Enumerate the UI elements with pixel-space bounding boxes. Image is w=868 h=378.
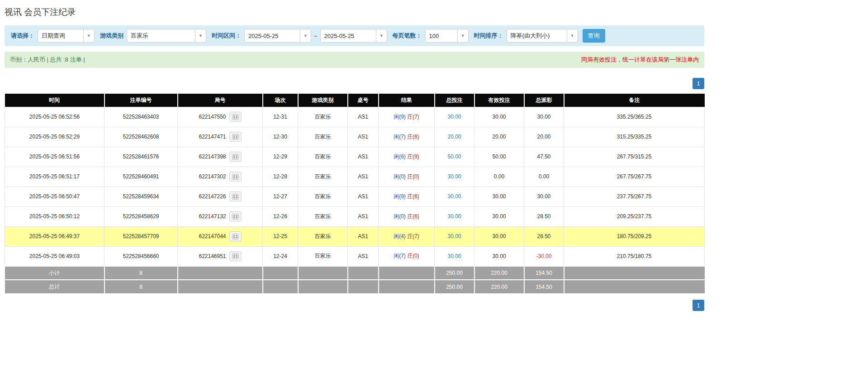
page-button[interactable]: 1 [693, 300, 704, 311]
cell-game-type: 百家乐 [298, 107, 348, 127]
page-button[interactable]: 1 [693, 78, 704, 89]
game-result-icon[interactable] [229, 172, 242, 182]
cell-round: 622147471 [178, 127, 263, 147]
cell-time: 2025-05-25 06:52:56 [5, 107, 104, 127]
cell-table-no: AS1 [348, 107, 379, 127]
table-row: 2025-05-25 06:51:17522528460491622147302… [5, 167, 705, 187]
pagination-bottom: 1 [5, 300, 704, 311]
cell-bet-id: 522528457709 [104, 226, 178, 246]
game-result-icon[interactable] [229, 211, 242, 221]
cell-valid-bet: 30.00 [474, 187, 524, 206]
total-bet-link[interactable]: 20.00 [447, 134, 461, 140]
date-from-select[interactable]: 2025-05-25 ▼ [244, 29, 311, 43]
chevron-down-icon[interactable]: ▼ [457, 29, 468, 42]
total-bet-link[interactable]: 30.00 [447, 193, 461, 200]
cell-result: 闲(7) 庄(6) [379, 127, 435, 147]
cell-session: 12-26 [263, 206, 298, 226]
total-bet-link[interactable]: 30.00 [447, 253, 461, 259]
cell-table-no: AS1 [348, 246, 379, 266]
chevron-down-icon[interactable]: ▼ [300, 29, 311, 42]
result-player: 闲(0) [394, 213, 406, 220]
chevron-down-icon[interactable]: ▼ [567, 29, 578, 42]
result-banker: 庄(0) [407, 253, 419, 259]
sort-order-select[interactable]: 降幂(由大到小) ▼ [507, 29, 578, 43]
column-header: 桌号 [348, 94, 379, 107]
game-result-icon[interactable] [229, 132, 242, 142]
table-row: 2025-05-25 06:50:47522528459634622147226… [5, 187, 705, 206]
bet-records-table: 时间注单编号局号场次游戏类别桌号结果总投注有效投注总派彩备注 2025-05-2… [5, 94, 705, 293]
cell-valid-bet: 30.00 [474, 226, 524, 246]
subtotal-payout: 154.50 [524, 266, 564, 280]
cell-session: 12-31 [263, 107, 298, 127]
cell-round: 622147302 [178, 167, 263, 187]
cell-table-no: AS1 [348, 147, 379, 167]
cell-session: 12-28 [263, 167, 298, 187]
cell-round: 622147398 [178, 147, 263, 167]
cell-note: 180.75/209.25 [564, 226, 705, 246]
column-header: 局号 [178, 94, 263, 107]
cell-bet-id: 522528459634 [104, 187, 178, 206]
column-header: 总投注 [435, 94, 474, 107]
cell-valid-bet: 30.00 [474, 206, 524, 226]
game-result-icon[interactable] [229, 152, 242, 162]
chevron-down-icon[interactable]: ▼ [376, 29, 387, 42]
total-label: 总计 [5, 280, 104, 293]
game-type-select[interactable]: 百家乐 ▼ [127, 29, 206, 43]
total-bet-link[interactable]: 30.00 [447, 114, 461, 120]
cell-payout: 0.00 [524, 167, 564, 187]
total-bet-link[interactable]: 30.00 [447, 213, 461, 220]
search-button[interactable]: 查询 [583, 29, 605, 43]
result-banker: 庄(6) [407, 213, 419, 220]
game-result-icon[interactable] [229, 251, 242, 261]
cell-game-type: 百家乐 [298, 167, 348, 187]
game-result-icon[interactable] [229, 231, 242, 241]
cell-session: 12-25 [263, 226, 298, 246]
cell-valid-bet: 20.00 [474, 127, 524, 147]
total-bet-link[interactable]: 30.00 [447, 233, 461, 239]
cell-result: 闲(0) 庄(6) [379, 206, 435, 226]
table-row: 2025-05-25 06:50:12522528458629622147132… [5, 206, 705, 226]
chevron-down-icon[interactable]: ▼ [195, 29, 206, 42]
cell-total-bet: 20.00 [435, 127, 474, 147]
total-count: 8 [104, 280, 178, 293]
cell-game-type: 百家乐 [298, 187, 348, 206]
subtotal-row: 小计 8 250.00 220.00 154.50 [5, 266, 705, 280]
result-banker: 庄(6) [407, 134, 419, 140]
sort-order-value: 降幂(由大到小) [507, 29, 567, 42]
total-bet-link[interactable]: 50.00 [447, 153, 461, 160]
result-player: 闲(4) [394, 233, 406, 239]
query-type-value: 日期查询 [38, 29, 83, 42]
cell-game-type: 百家乐 [298, 206, 348, 226]
cell-time: 2025-05-25 06:50:12 [5, 206, 104, 226]
subtotal-valid-bet: 220.00 [474, 266, 524, 280]
cell-total-bet: 50.00 [435, 147, 474, 167]
query-type-select[interactable]: 日期查询 ▼ [38, 29, 95, 43]
date-to-select[interactable]: 2025-05-25 ▼ [320, 29, 387, 43]
chevron-down-icon[interactable]: ▼ [83, 29, 94, 42]
game-result-icon[interactable] [229, 191, 242, 201]
page-size-select[interactable]: 100 ▼ [425, 29, 469, 43]
game-result-icon[interactable] [229, 112, 242, 122]
result-banker: 庄(6) [407, 193, 419, 200]
column-header: 注单编号 [104, 94, 178, 107]
result-player: 闲(7) [394, 134, 406, 140]
table-row: 2025-05-25 06:49:37522528457709622147044… [5, 226, 705, 246]
result-player: 闲(9) [394, 193, 406, 200]
cell-result: 闲(6) 庄(9) [379, 147, 435, 167]
sort-order-label: 时间排序： [474, 32, 503, 40]
cell-bet-id: 522528461576 [104, 147, 178, 167]
cell-total-bet: 30.00 [435, 167, 474, 187]
result-player: 闲(0) [394, 173, 406, 180]
cell-time: 2025-05-25 06:50:47 [5, 187, 104, 206]
cell-game-type: 百家乐 [298, 246, 348, 266]
total-bet-link[interactable]: 30.00 [447, 173, 461, 180]
cell-total-bet: 30.00 [435, 226, 474, 246]
cell-result: 闲(7) 庄(0) [379, 246, 435, 266]
cell-payout: 30.00 [524, 187, 564, 206]
result-player: 闲(6) [394, 153, 406, 160]
game-type-value: 百家乐 [127, 29, 195, 42]
game-type-label: 游戏类别 [100, 32, 123, 40]
query-type-label: 请选择： [11, 32, 34, 40]
cell-note: 335.25/365.25 [564, 107, 705, 127]
cell-note: 315.25/335.25 [564, 127, 705, 147]
